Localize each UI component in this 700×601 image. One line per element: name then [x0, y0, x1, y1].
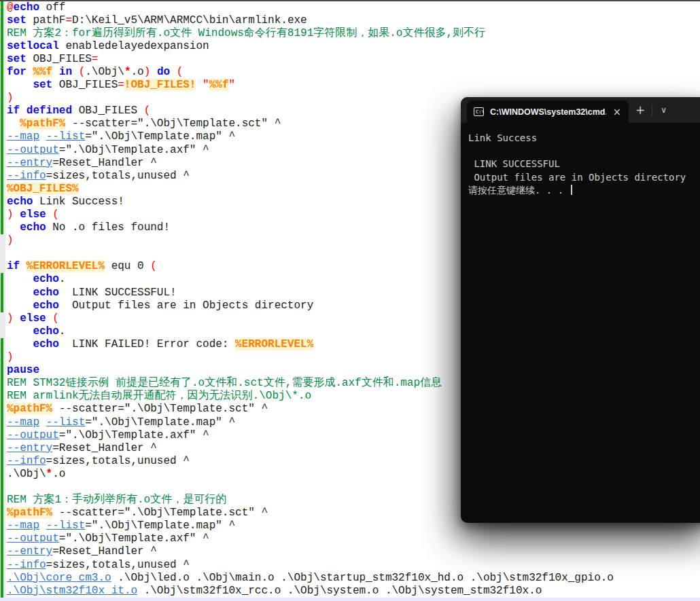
change-marker — [1, 14, 3, 27]
change-marker — [1, 221, 3, 234]
change-marker — [1, 27, 3, 40]
terminal-content[interactable]: Link Success LINK SUCCESSFUL Output file… — [461, 123, 700, 197]
change-marker — [1, 507, 3, 520]
change-marker — [1, 183, 3, 196]
editor-line: REM 方案2：for遍历得到所有.o文件 Windows命令行有8191字符限… — [7, 27, 700, 40]
editor-line: set pathF=D:\Keil_v5\ARM\ARMCC\bin\armli… — [7, 14, 700, 27]
editor-line: .\Obj\core_cm3.o .\Obj\led.o .\Obj\main.… — [7, 572, 700, 585]
new-tab-button[interactable]: + — [629, 103, 652, 117]
editor-line: for %%f in (.\Obj\*.o) do ( — [7, 66, 700, 79]
change-marker — [1, 287, 3, 299]
cmd-icon: C:\ — [474, 107, 484, 116]
terminal-window: C:\ C:\WINDOWS\system32\cmd. × + ∨ Link … — [461, 97, 700, 523]
top-border — [0, 0, 700, 1]
terminal-line: 请按任意键继续. . . — [468, 184, 700, 197]
terminal-line — [468, 145, 700, 158]
close-icon[interactable]: × — [610, 106, 623, 118]
editor-line: --info=sizes,totals,unused ^ — [7, 559, 700, 572]
change-marker — [1, 532, 3, 545]
terminal-tab[interactable]: C:\ C:\WINDOWS\system32\cmd. × — [467, 101, 629, 123]
change-marker — [1, 157, 3, 170]
change-marker — [1, 468, 3, 481]
change-marker — [1, 79, 3, 92]
change-marker — [1, 403, 3, 416]
caret-line-highlight — [0, 598, 700, 601]
editor-line: @echo off — [7, 1, 700, 14]
change-marker — [1, 494, 3, 507]
change-marker — [1, 196, 3, 208]
change-marker — [1, 117, 3, 130]
terminal-tab-bar: C:\ C:\WINDOWS\system32\cmd. × + ∨ — [461, 97, 700, 123]
change-marker — [1, 66, 3, 79]
change-marker — [1, 481, 3, 494]
editor-line: setlocal enabledelayedexpansion — [7, 40, 700, 53]
terminal-line: Link Success — [468, 132, 700, 145]
change-marker — [1, 338, 3, 351]
change-marker — [1, 351, 3, 364]
change-marker — [1, 455, 3, 468]
change-marker — [1, 377, 3, 390]
change-marker — [1, 390, 3, 403]
change-marker — [1, 1, 3, 14]
editor-line: set OBJ_FILES=!OBJ_FILES! "%%f" — [7, 79, 700, 92]
change-marker — [1, 520, 3, 532]
change-marker — [1, 105, 3, 117]
change-marker — [1, 40, 3, 53]
change-marker — [1, 559, 3, 572]
change-marker — [1, 170, 3, 183]
change-marker — [1, 208, 3, 221]
change-marker — [1, 144, 3, 157]
change-marker — [1, 545, 3, 558]
change-marker — [1, 53, 3, 66]
terminal-line: LINK SUCCESSFUL — [468, 158, 700, 170]
terminal-tab-title: C:\WINDOWS\system32\cmd. — [490, 107, 606, 117]
terminal-line: Output files are in Objects directory — [468, 171, 700, 184]
change-marker — [1, 416, 3, 429]
editor-line: set OBJ_FILES= — [7, 53, 700, 66]
editor-line: .\Obj\stm32f10x_it.o .\Obj\stm32f10x_rcc… — [7, 585, 700, 598]
editor-line: --entry=Reset_Handler ^ — [7, 545, 700, 558]
editor-line: --output=".\Obj\Template.axf" ^ — [7, 532, 700, 545]
terminal-cursor — [571, 185, 572, 195]
change-marker — [1, 364, 3, 377]
change-marker — [1, 92, 3, 105]
change-marker — [1, 429, 3, 442]
change-marker — [1, 299, 3, 312]
change-marker — [1, 273, 3, 286]
change-marker — [1, 442, 3, 455]
change-marker — [1, 130, 3, 143]
change-marker — [1, 585, 3, 598]
change-marker — [1, 572, 3, 585]
chevron-down-icon[interactable]: ∨ — [652, 105, 675, 115]
